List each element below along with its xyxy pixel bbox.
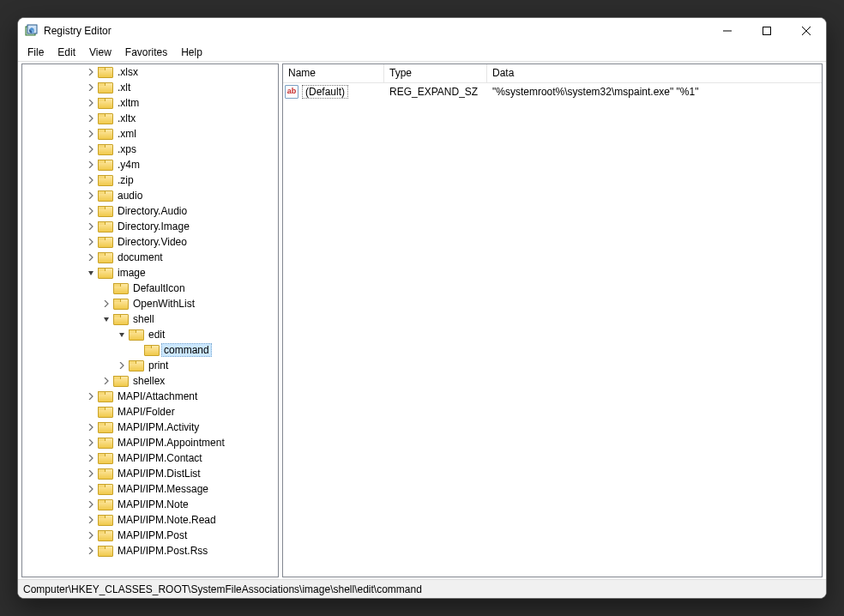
tree-item-label: edit xyxy=(146,328,167,341)
folder-icon xyxy=(98,82,112,94)
list-row[interactable]: (Default)REG_EXPAND_SZ"%systemroot%\syst… xyxy=(283,83,822,100)
chevron-right-icon[interactable] xyxy=(86,453,96,463)
tree-item-label: .xltm xyxy=(115,96,142,110)
chevron-right-icon[interactable] xyxy=(86,438,96,448)
chevron-right-icon[interactable] xyxy=(101,299,112,309)
tree-item[interactable]: edit xyxy=(22,327,278,342)
tree-item[interactable]: .xlsx xyxy=(22,64,278,80)
tree-item[interactable]: document xyxy=(22,250,278,265)
chevron-right-icon[interactable] xyxy=(86,129,96,139)
tree-item[interactable]: .xml xyxy=(22,126,278,142)
tree-item[interactable]: .xlt xyxy=(22,80,278,95)
tree-item[interactable]: MAPI/IPM.Note.Read xyxy=(22,512,278,528)
folder-icon xyxy=(98,206,112,217)
tree-item-label: MAPI/IPM.Contact xyxy=(115,451,205,465)
tree-item[interactable]: MAPI/IPM.Post.Rss xyxy=(22,543,278,559)
minimize-button[interactable] xyxy=(708,18,747,44)
tree-item[interactable]: .y4m xyxy=(22,157,278,172)
column-header-type[interactable]: Type xyxy=(384,64,487,82)
tree-item[interactable]: shellex xyxy=(22,373,278,389)
chevron-right-icon[interactable] xyxy=(86,98,96,108)
tree-item-label: Directory.Image xyxy=(115,220,192,233)
folder-icon xyxy=(113,376,127,387)
tree-item-label: Directory.Audio xyxy=(115,204,190,218)
tree-item[interactable]: .zip xyxy=(22,172,278,188)
menu-help[interactable]: Help xyxy=(175,45,208,59)
menu-file[interactable]: File xyxy=(21,45,50,59)
menu-view[interactable]: View xyxy=(83,45,118,59)
chevron-right-icon[interactable] xyxy=(86,144,96,154)
tree-item[interactable]: MAPI/IPM.Note xyxy=(22,497,278,512)
chevron-right-icon[interactable] xyxy=(86,484,96,494)
maximize-button[interactable] xyxy=(747,18,787,44)
tree-item[interactable]: MAPI/IPM.Appointment xyxy=(22,435,278,450)
folder-icon xyxy=(129,329,142,341)
folder-icon xyxy=(98,268,112,279)
folder-icon xyxy=(98,175,112,186)
tree-item[interactable]: MAPI/IPM.Message xyxy=(22,481,278,497)
tree-item[interactable]: .xltm xyxy=(22,95,278,111)
chevron-right-icon[interactable] xyxy=(86,530,96,541)
chevron-down-icon[interactable] xyxy=(86,268,96,278)
chevron-right-icon[interactable] xyxy=(86,515,96,525)
tree-item[interactable]: MAPI/IPM.DistList xyxy=(22,466,278,481)
chevron-down-icon[interactable] xyxy=(117,329,127,340)
tree-item[interactable]: MAPI/IPM.Activity xyxy=(22,420,278,435)
tree-item[interactable]: Directory.Video xyxy=(22,234,278,250)
tree-item[interactable]: MAPI/Attachment xyxy=(22,389,278,404)
tree-item[interactable]: audio xyxy=(22,188,278,203)
menu-edit[interactable]: Edit xyxy=(51,45,81,59)
titlebar[interactable]: Registry Editor xyxy=(18,18,826,44)
folder-icon xyxy=(98,453,112,464)
tree-item[interactable]: .xps xyxy=(22,142,278,157)
tree-item-label: MAPI/IPM.Post.Rss xyxy=(115,544,210,558)
close-button[interactable] xyxy=(787,18,826,44)
column-header-data[interactable]: Data xyxy=(487,64,822,82)
folder-icon xyxy=(98,546,112,557)
chevron-right-icon[interactable] xyxy=(86,468,96,479)
tree-item[interactable]: MAPI/IPM.Contact xyxy=(22,450,278,466)
column-header-name[interactable]: Name xyxy=(283,64,384,82)
chevron-right-icon[interactable] xyxy=(86,237,96,247)
chevron-right-icon[interactable] xyxy=(86,499,96,510)
chevron-right-icon[interactable] xyxy=(86,190,96,201)
chevron-down-icon[interactable] xyxy=(101,314,112,324)
folder-icon xyxy=(144,345,158,356)
tree-item[interactable]: Directory.Audio xyxy=(22,203,278,219)
tree-item[interactable]: DefaultIcon xyxy=(22,281,278,296)
tree-item[interactable]: MAPI/IPM.Post xyxy=(22,528,278,543)
tree-item-label: MAPI/IPM.Post xyxy=(115,528,190,542)
tree-item[interactable]: command xyxy=(22,342,278,358)
tree-item[interactable]: image xyxy=(22,265,278,281)
tree-scroll[interactable]: .xlsx.xlt.xltm.xltx.xml.xps.y4m.zipaudio… xyxy=(22,64,278,577)
chevron-right-icon[interactable] xyxy=(86,82,96,93)
string-value-icon xyxy=(285,85,298,99)
tree-item-label: .zip xyxy=(115,173,136,187)
chevron-right-icon[interactable] xyxy=(86,160,96,170)
tree-item[interactable]: print xyxy=(22,358,278,373)
tree-item[interactable]: OpenWithList xyxy=(22,296,278,311)
chevron-right-icon[interactable] xyxy=(86,391,96,402)
tree-item[interactable]: Directory.Image xyxy=(22,219,278,234)
chevron-right-icon[interactable] xyxy=(86,206,96,216)
tree-item-label: .xltx xyxy=(115,112,138,125)
folder-icon xyxy=(98,252,112,263)
chevron-right-icon[interactable] xyxy=(86,252,96,263)
chevron-right-icon[interactable] xyxy=(86,546,96,556)
menu-favorites[interactable]: Favorites xyxy=(119,45,173,59)
chevron-right-icon[interactable] xyxy=(86,422,96,432)
chevron-right-icon[interactable] xyxy=(86,221,96,232)
window-frame: Registry Editor File Edit View Favorites… xyxy=(17,17,827,599)
chevron-right-icon[interactable] xyxy=(86,175,96,185)
tree-item[interactable]: MAPI/Folder xyxy=(22,404,278,420)
statusbar: Computer\HKEY_CLASSES_ROOT\SystemFileAss… xyxy=(18,579,826,598)
tree-item-label: MAPI/IPM.Appointment xyxy=(115,436,227,450)
chevron-right-icon[interactable] xyxy=(86,67,96,77)
tree-item[interactable]: .xltx xyxy=(22,111,278,126)
tree-item-label: audio xyxy=(115,189,145,202)
tree-item-label: command xyxy=(161,343,212,357)
chevron-right-icon[interactable] xyxy=(86,113,96,124)
chevron-right-icon[interactable] xyxy=(117,360,127,371)
chevron-right-icon[interactable] xyxy=(101,376,112,386)
tree-item[interactable]: shell xyxy=(22,311,278,327)
